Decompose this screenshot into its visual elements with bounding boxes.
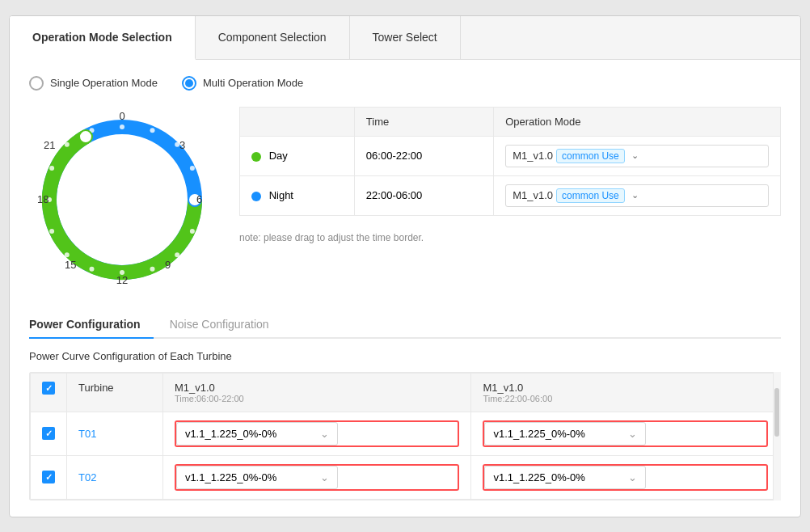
chevron-down-icon-night: ⌄ — [631, 190, 639, 201]
svg-text:15: 15 — [65, 259, 76, 271]
power-table-outer: Turbine M1_v1.0 Time:06:00-22:00 M1_v1.0… — [29, 372, 781, 500]
handle-22[interactable] — [79, 130, 92, 143]
t01-check-cell — [31, 412, 67, 455]
svg-point-8 — [150, 266, 155, 271]
radio-multi-label: Multi Operation Mode — [203, 77, 303, 89]
t01-curve1-select-wrapper: v1.1_1.225_0%-0% ⌄ — [175, 420, 460, 447]
dot-blue — [251, 192, 261, 201]
power-table: Turbine M1_v1.0 Time:06:00-22:00 M1_v1.0… — [30, 373, 780, 500]
scrollbar-track — [773, 372, 781, 500]
content-area: Single Operation Mode Multi Operation Mo… — [10, 60, 800, 517]
power-header-check — [31, 373, 67, 412]
svg-point-15 — [65, 141, 70, 146]
main-container: Operation Mode Selection Component Selec… — [9, 15, 801, 517]
power-header-col1: M1_v1.0 Time:06:00-22:00 — [162, 373, 471, 412]
curve2-chevron-icon: ⌄ — [628, 428, 637, 440]
t02-curve1-select-wrapper: v1.1_1.225_0%-0% ⌄ — [175, 464, 460, 491]
svg-text:3: 3 — [179, 139, 185, 151]
section-label: Power Curve Configuration of Each Turbin… — [29, 350, 781, 362]
t01-curve1-cell: v1.1_1.225_0%-0% ⌄ — [162, 412, 471, 455]
svg-text:9: 9 — [165, 259, 171, 271]
curve1-chevron-icon: ⌄ — [320, 428, 329, 440]
tab-component[interactable]: Component Selection — [196, 16, 350, 59]
radio-single[interactable]: Single Operation Mode — [29, 76, 158, 91]
t02-curve1-cell: v1.1_1.225_0%-0% ⌄ — [162, 455, 471, 499]
svg-text:0: 0 — [119, 110, 124, 122]
t02-curve2-select-wrapper: v1.1_1.225_0%-0% ⌄ — [483, 464, 768, 491]
sub-tab-power[interactable]: Power Configuration — [29, 311, 154, 339]
schedule-table: Time Operation Mode Day 06:00-22:00 — [239, 107, 781, 216]
t01-turbine-cell: T01 — [67, 412, 163, 455]
sched-night-label: Night — [240, 175, 355, 215]
svg-point-6 — [190, 229, 195, 234]
power-row-t01: T01 v1.1_1.225_0%-0% ⌄ — [31, 412, 780, 455]
t01-curve2-select[interactable]: v1.1_1.225_0%-0% ⌄ — [484, 422, 646, 445]
sched-night-mode: M1_v1.0 common Use ⌄ — [494, 175, 781, 215]
svg-text:12: 12 — [116, 274, 128, 286]
svg-text:18: 18 — [37, 193, 49, 205]
svg-point-14 — [49, 166, 54, 171]
sched-header-time: Time — [354, 107, 493, 136]
sched-day-time: 06:00-22:00 — [354, 136, 493, 175]
t02-curve1-value: v1.1_1.225_0%-0% — [185, 471, 276, 483]
t01-curve1-select[interactable]: v1.1_1.225_0%-0% ⌄ — [176, 422, 338, 445]
t02-curve2-chevron-icon: ⌄ — [628, 471, 637, 483]
mode-select-day[interactable]: M1_v1.0 common Use ⌄ — [505, 145, 769, 167]
t02-check-cell — [31, 455, 67, 499]
sched-header-mode: Operation Mode — [494, 107, 781, 136]
header-checkbox[interactable] — [42, 382, 55, 395]
sched-day-label: Day — [240, 136, 355, 175]
t01-curve2-value: v1.1_1.225_0%-0% — [493, 428, 584, 440]
radio-single-circle — [29, 76, 44, 91]
t02-curve1-select[interactable]: v1.1_1.225_0%-0% ⌄ — [176, 466, 338, 489]
radio-multi-circle — [182, 76, 196, 91]
schedule-area: Time Operation Mode Day 06:00-22:00 — [239, 107, 781, 295]
col2-sub-label: Time:22:00-06:00 — [483, 394, 768, 403]
svg-point-10 — [90, 266, 95, 271]
svg-point-12 — [49, 229, 54, 234]
power-header-col2: M1_v1.0 Time:22:00-06:00 — [471, 373, 780, 412]
svg-point-7 — [175, 252, 179, 257]
mode-prefix-day: M1_v1.0 — [513, 150, 553, 162]
t02-curve1-chevron-icon: ⌄ — [320, 471, 329, 483]
scrollbar-thumb[interactable] — [774, 388, 779, 437]
radio-multi[interactable]: Multi Operation Mode — [182, 76, 303, 91]
t01-link[interactable]: T01 — [78, 428, 96, 440]
tab-bar: Operation Mode Selection Component Selec… — [10, 16, 800, 60]
t01-curve2-cell: v1.1_1.225_0%-0% ⌄ — [471, 412, 780, 455]
svg-point-2 — [150, 128, 155, 133]
mode-tag-night: common Use — [556, 188, 625, 203]
sched-row-day: Day 06:00-22:00 M1_v1.0 common Use ⌄ — [240, 136, 781, 175]
power-row-t02: T02 v1.1_1.225_0%-0% ⌄ — [31, 455, 780, 499]
mode-prefix-night: M1_v1.0 — [513, 189, 553, 201]
svg-text:6: 6 — [196, 193, 202, 205]
radio-group: Single Operation Mode Multi Operation Mo… — [29, 76, 781, 91]
mode-select-night[interactable]: M1_v1.0 common Use ⌄ — [505, 184, 769, 207]
sub-tab-noise[interactable]: Noise Configuration — [170, 311, 282, 337]
chevron-down-icon-day: ⌄ — [631, 150, 639, 161]
dot-green — [251, 152, 261, 162]
svg-point-1 — [120, 125, 124, 129]
tab-operation[interactable]: Operation Mode Selection — [10, 16, 196, 60]
t01-curve1-value: v1.1_1.225_0%-0% — [185, 428, 276, 440]
radio-single-label: Single Operation Mode — [50, 77, 158, 89]
t02-curve2-select[interactable]: v1.1_1.225_0%-0% ⌄ — [484, 466, 646, 489]
t02-link[interactable]: T02 — [78, 471, 96, 483]
sched-day-mode: M1_v1.0 common Use ⌄ — [494, 136, 781, 175]
sub-tabs: Power Configuration Noise Configuration — [29, 311, 781, 339]
note-text: note: please drag to adjust the time bor… — [239, 232, 781, 243]
sched-header-empty — [240, 107, 355, 136]
col1-sub-label: Time:06:00-22:00 — [175, 394, 460, 403]
svg-text:21: 21 — [44, 139, 55, 151]
mode-tag-day: common Use — [556, 149, 625, 163]
t02-curve2-value: v1.1_1.225_0%-0% — [493, 471, 584, 483]
sched-row-night: Night 22:00-06:00 M1_v1.0 common Use ⌄ — [240, 175, 781, 215]
sched-night-time: 22:00-06:00 — [354, 175, 493, 215]
clock-svg: 0 6 12 18 3 9 15 21 — [29, 107, 215, 293]
tab-tower[interactable]: Tower Select — [350, 16, 461, 59]
clock-container: 0 6 12 18 3 9 15 21 — [29, 107, 215, 295]
t01-checkbox[interactable] — [42, 427, 55, 440]
t02-checkbox[interactable] — [42, 471, 55, 483]
t02-curve2-cell: v1.1_1.225_0%-0% ⌄ — [471, 455, 780, 499]
power-table-wrapper: Turbine M1_v1.0 Time:06:00-22:00 M1_v1.0… — [29, 372, 781, 500]
